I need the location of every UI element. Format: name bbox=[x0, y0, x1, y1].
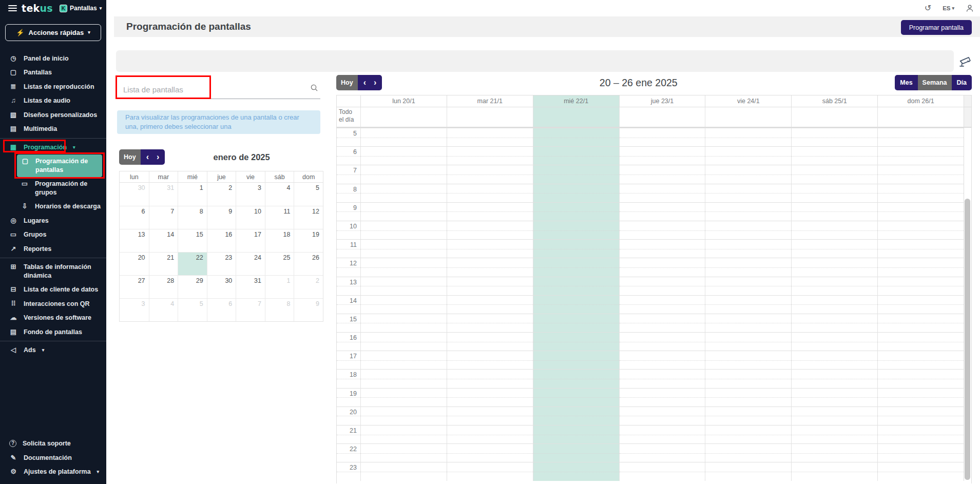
week-time-slot[interactable] bbox=[705, 369, 791, 388]
announcements-icon[interactable] bbox=[958, 54, 972, 71]
mini-calendar-day[interactable]: 12 bbox=[294, 206, 323, 229]
week-time-slot[interactable] bbox=[447, 462, 533, 480]
week-time-slot[interactable] bbox=[619, 332, 705, 351]
week-time-slot[interactable] bbox=[705, 425, 791, 443]
week-time-slot[interactable] bbox=[791, 351, 877, 369]
mini-calendar-day[interactable]: 13 bbox=[120, 229, 149, 252]
week-time-slot[interactable] bbox=[877, 277, 964, 295]
screen-search-input[interactable] bbox=[123, 85, 287, 94]
week-time-slot[interactable] bbox=[533, 128, 619, 146]
all-day-cell[interactable] bbox=[877, 107, 964, 127]
week-time-slot[interactable] bbox=[705, 462, 791, 480]
sidebar-item-horarios-de-descarga[interactable]: ⇩Horarios de descarga bbox=[0, 200, 106, 214]
mini-calendar-day[interactable]: 29 bbox=[178, 275, 207, 298]
all-day-cell[interactable] bbox=[533, 107, 619, 127]
week-time-slot[interactable] bbox=[791, 425, 877, 443]
week-time-slot[interactable] bbox=[877, 184, 964, 202]
all-day-cell[interactable] bbox=[791, 107, 877, 127]
week-time-slot[interactable] bbox=[619, 295, 705, 314]
week-time-slot[interactable] bbox=[533, 165, 619, 183]
mini-calendar-day[interactable]: 19 bbox=[294, 229, 323, 252]
week-time-slot[interactable] bbox=[533, 146, 619, 165]
week-time-slot[interactable] bbox=[705, 314, 791, 332]
week-time-slot[interactable] bbox=[533, 406, 619, 425]
sidebar-item-solicita-soporte[interactable]: ?Solicita soporte bbox=[0, 437, 106, 451]
quick-actions-button[interactable]: ⚡ Acciones rápidas ▾ bbox=[5, 24, 101, 41]
view-button-semana[interactable]: Semana bbox=[918, 75, 952, 90]
mini-calendar-day[interactable]: 5 bbox=[294, 183, 323, 206]
mini-calendar-day[interactable]: 5 bbox=[178, 298, 207, 321]
week-day-header[interactable]: sáb 25/1 bbox=[791, 95, 877, 107]
week-time-slot[interactable] bbox=[705, 443, 791, 462]
week-time-slot[interactable] bbox=[791, 332, 877, 351]
sidebar-item-panel-de-inicio[interactable]: ◷Panel de inicio bbox=[0, 51, 106, 66]
week-time-slot[interactable] bbox=[533, 462, 619, 480]
week-time-slot[interactable] bbox=[447, 277, 533, 295]
week-time-slot[interactable] bbox=[360, 146, 447, 165]
prev-icon[interactable]: ‹ bbox=[146, 153, 149, 161]
mini-calendar-day[interactable]: 6 bbox=[207, 298, 236, 321]
week-time-slot[interactable] bbox=[619, 146, 705, 165]
sidebar-item-lugares[interactable]: ◎Lugares bbox=[0, 214, 106, 228]
week-time-slot[interactable] bbox=[533, 239, 619, 258]
mini-calendar-day[interactable]: 9 bbox=[207, 206, 236, 229]
week-time-slot[interactable] bbox=[877, 165, 964, 183]
week-time-slot[interactable] bbox=[705, 295, 791, 314]
mini-calendar-day[interactable]: 15 bbox=[178, 229, 207, 252]
mini-calendar-day[interactable]: 1 bbox=[178, 183, 207, 206]
week-time-slot[interactable] bbox=[791, 277, 877, 295]
mini-calendar-day[interactable]: 20 bbox=[120, 252, 149, 275]
mini-calendar-day[interactable]: 8 bbox=[265, 298, 294, 321]
mini-calendar-day[interactable]: 7 bbox=[149, 206, 178, 229]
week-time-slot[interactable] bbox=[877, 146, 964, 165]
mini-calendar-day[interactable]: 24 bbox=[236, 252, 265, 275]
week-time-slot[interactable] bbox=[360, 406, 447, 425]
week-time-slot[interactable] bbox=[447, 351, 533, 369]
week-time-slot[interactable] bbox=[877, 332, 964, 351]
week-time-slot[interactable] bbox=[447, 295, 533, 314]
mini-calendar-day[interactable]: 23 bbox=[207, 252, 236, 275]
week-day-header[interactable]: dom 26/1 bbox=[877, 95, 964, 107]
week-time-slot[interactable] bbox=[533, 332, 619, 351]
week-day-header[interactable]: jue 23/1 bbox=[619, 95, 705, 107]
week-time-slot[interactable] bbox=[791, 239, 877, 258]
sidebar-item-programacion[interactable]: ▦Programación▾ bbox=[0, 140, 106, 154]
scrollbar-thumb[interactable] bbox=[965, 199, 970, 480]
mini-calendar-day[interactable]: 2 bbox=[207, 183, 236, 206]
context-switcher[interactable]: K Pantallas ▾ bbox=[60, 5, 102, 12]
week-time-slot[interactable] bbox=[360, 277, 447, 295]
week-time-slot[interactable] bbox=[791, 184, 877, 202]
mini-today-button[interactable]: Hoy bbox=[119, 149, 141, 165]
mini-calendar-day[interactable]: 31 bbox=[236, 275, 265, 298]
week-day-header[interactable]: mié 22/1 bbox=[533, 95, 619, 107]
week-time-slot[interactable] bbox=[533, 314, 619, 332]
week-time-slot[interactable] bbox=[877, 406, 964, 425]
week-time-slot[interactable] bbox=[533, 184, 619, 202]
week-time-slot[interactable] bbox=[447, 425, 533, 443]
week-time-slot[interactable] bbox=[360, 425, 447, 443]
week-time-slot[interactable] bbox=[447, 221, 533, 239]
all-day-cell[interactable] bbox=[447, 107, 533, 127]
next-icon[interactable]: › bbox=[374, 79, 376, 87]
sidebar-item-disenos-personalizados[interactable]: ▧Diseños personalizados bbox=[0, 108, 106, 122]
week-time-slot[interactable] bbox=[877, 351, 964, 369]
week-time-slot[interactable] bbox=[877, 258, 964, 276]
mini-calendar-day[interactable]: 1 bbox=[265, 275, 294, 298]
week-time-slot[interactable] bbox=[360, 332, 447, 351]
week-day-header[interactable]: mar 21/1 bbox=[447, 95, 533, 107]
week-time-slot[interactable] bbox=[360, 462, 447, 480]
week-time-slot[interactable] bbox=[533, 295, 619, 314]
week-time-slot[interactable] bbox=[360, 184, 447, 202]
mini-calendar-day[interactable]: 4 bbox=[149, 298, 178, 321]
week-time-slot[interactable] bbox=[705, 146, 791, 165]
week-time-slot[interactable] bbox=[360, 314, 447, 332]
week-time-slot[interactable] bbox=[447, 406, 533, 425]
week-time-slot[interactable] bbox=[533, 221, 619, 239]
week-time-slot[interactable] bbox=[447, 258, 533, 276]
week-time-slot[interactable] bbox=[877, 202, 964, 221]
week-time-slot[interactable] bbox=[360, 388, 447, 406]
week-time-slot[interactable] bbox=[791, 128, 877, 146]
search-icon[interactable] bbox=[310, 84, 318, 94]
mini-calendar-day[interactable]: 10 bbox=[236, 206, 265, 229]
week-time-slot[interactable] bbox=[447, 128, 533, 146]
